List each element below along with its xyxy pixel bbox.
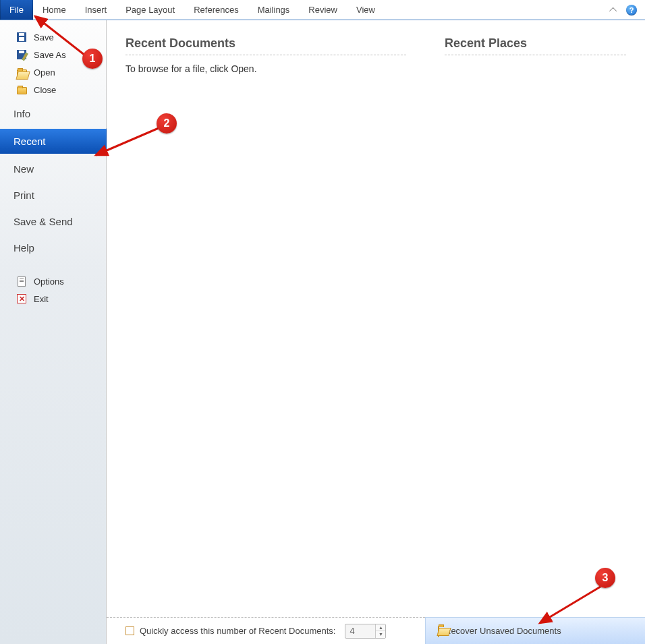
- sidebar-save-as[interactable]: Save As: [0, 46, 106, 63]
- tab-review[interactable]: Review: [299, 0, 347, 20]
- chevron-up-icon: [609, 7, 617, 14]
- recent-places-heading: Recent Places: [445, 36, 626, 51]
- sidebar-save[interactable]: Save: [0, 28, 106, 46]
- quick-access-checkbox[interactable]: [125, 626, 134, 635]
- folder-open-icon: [438, 626, 439, 636]
- quick-access-count-stepper[interactable]: ▲ ▼: [345, 624, 386, 639]
- save-as-icon: [16, 49, 27, 60]
- stepper-up-button[interactable]: ▲: [376, 624, 385, 631]
- tab-mailings[interactable]: Mailings: [248, 0, 300, 20]
- divider: [445, 55, 626, 55]
- recover-unsaved-button[interactable]: Recover Unsaved Documents: [425, 617, 645, 644]
- collapse-ribbon-button[interactable]: [607, 3, 621, 17]
- tab-insert[interactable]: Insert: [76, 0, 117, 20]
- help-button[interactable]: ?: [625, 3, 638, 17]
- tab-file[interactable]: File: [0, 0, 33, 20]
- sidebar-item-label: Open: [34, 67, 55, 78]
- help-icon: ?: [626, 5, 637, 16]
- recover-unsaved-label: Recover Unsaved Documents: [445, 626, 561, 636]
- stepper-down-button[interactable]: ▼: [376, 631, 385, 638]
- backstage-footer: Quickly access this number of Recent Doc…: [107, 617, 645, 644]
- tab-references[interactable]: References: [184, 0, 248, 20]
- recent-documents-heading: Recent Documents: [125, 36, 406, 51]
- sidebar-section-help[interactable]: Help: [0, 237, 106, 259]
- tab-home[interactable]: Home: [33, 0, 76, 20]
- sidebar-open[interactable]: Open: [0, 63, 106, 81]
- divider: [125, 55, 406, 55]
- close-icon: [16, 84, 27, 95]
- tab-view[interactable]: View: [347, 0, 385, 20]
- sidebar-item-label: Exit: [34, 294, 49, 304]
- quick-access-count-input[interactable]: [345, 624, 375, 638]
- sidebar-section-print[interactable]: Print: [0, 184, 106, 206]
- backstage-sidebar: Save Save As Open Close Info Recent New …: [0, 20, 107, 644]
- sidebar-item-label: Options: [34, 276, 64, 287]
- open-icon: [16, 67, 27, 78]
- sidebar-item-label: Save: [34, 32, 54, 42]
- options-icon: [16, 276, 27, 287]
- sidebar-section-recent[interactable]: Recent: [0, 129, 106, 154]
- sidebar-item-label: Close: [34, 85, 56, 95]
- backstage-content: Recent Documents To browse for a file, c…: [107, 20, 645, 644]
- sidebar-section-save-send[interactable]: Save & Send: [0, 210, 106, 233]
- ribbon-tabs: File Home Insert Page Layout References …: [0, 0, 645, 20]
- sidebar-item-label: Save As: [34, 50, 66, 60]
- recent-places-column: Recent Places: [425, 20, 645, 644]
- exit-icon: ✕: [16, 293, 27, 304]
- sidebar-section-info[interactable]: Info: [0, 103, 106, 125]
- save-icon: [16, 32, 27, 42]
- tab-page-layout[interactable]: Page Layout: [116, 0, 184, 20]
- sidebar-section-new[interactable]: New: [0, 158, 106, 180]
- sidebar-options[interactable]: Options: [0, 272, 106, 290]
- quick-access-label: Quickly access this number of Recent Doc…: [140, 626, 335, 636]
- sidebar-close[interactable]: Close: [0, 81, 106, 98]
- recent-documents-column: Recent Documents To browse for a file, c…: [107, 20, 425, 644]
- recent-documents-hint: To browse for a file, click Open.: [125, 63, 406, 74]
- sidebar-exit[interactable]: ✕ Exit: [0, 290, 106, 308]
